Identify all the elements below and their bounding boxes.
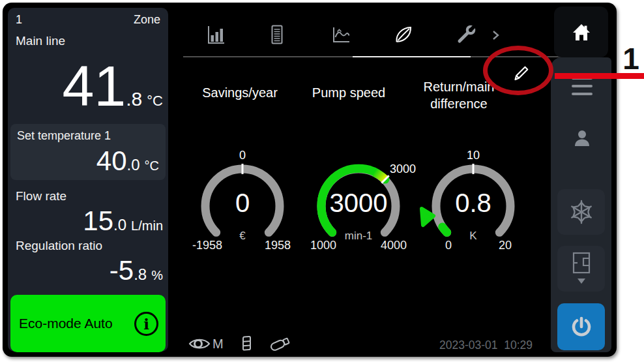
- monitor-mode-letter: M: [212, 337, 224, 352]
- flow-rate-dec: .0: [113, 216, 126, 234]
- sidebar-user-button[interactable]: [570, 127, 594, 150]
- set-temperature-card[interactable]: Set temperature 1 40.0°C: [10, 124, 166, 180]
- annotation-number: 1: [619, 44, 643, 74]
- pump-speed-min: 1000: [297, 239, 349, 252]
- eco-leaf-icon: [392, 23, 415, 46]
- return-diff-min: 0: [422, 239, 475, 252]
- datetime-display: 2023-03-01 10:29: [402, 339, 533, 352]
- info-icon[interactable]: i: [134, 312, 158, 336]
- regulation-ratio-int: -5: [110, 257, 134, 284]
- sidebar-zones-button[interactable]: [557, 246, 605, 292]
- user-icon: [570, 127, 594, 150]
- chevron-right-icon: [488, 27, 503, 43]
- return-diff-value: 0.8: [428, 190, 519, 216]
- menu-bar: [572, 85, 593, 87]
- zone-label: Zone: [134, 13, 160, 27]
- regulation-ratio-unit: %: [151, 268, 163, 283]
- tab-eco-active[interactable]: [392, 23, 415, 46]
- savings-value: 0: [197, 190, 288, 216]
- regulation-ratio-label: Regulation ratio: [16, 239, 102, 253]
- sidebar-defrost-button[interactable]: [557, 189, 605, 235]
- sidebar-home-button[interactable]: [554, 7, 608, 57]
- tab-report[interactable]: [265, 23, 289, 46]
- screenshot-canvas: 1 Zone Main line 41.8°C Set temperature …: [0, 0, 644, 362]
- snowflake-icon: [567, 198, 596, 226]
- status-bar: M: [188, 335, 293, 352]
- savings-top-tick-label: 0: [216, 149, 269, 162]
- zones-icon: [569, 251, 594, 286]
- zone-number: 1: [16, 13, 22, 27]
- flow-rate-label: Flow rate: [16, 189, 66, 204]
- savings-max: 1958: [252, 239, 304, 252]
- trend-curve-icon: [329, 23, 353, 46]
- zone-header: 1 Zone: [16, 13, 160, 27]
- eco-mode-button[interactable]: Eco-mode Auto i: [10, 295, 166, 352]
- home-icon: [570, 22, 593, 42]
- info-glyph: i: [143, 316, 149, 331]
- menu-bar: [572, 93, 593, 95]
- main-line-unit: °C: [147, 93, 163, 110]
- tab-statistics[interactable]: [204, 23, 227, 46]
- module-icon: [241, 335, 254, 353]
- sidebar-menu-button[interactable]: [572, 77, 593, 95]
- flow-rate-int: 15: [83, 207, 113, 235]
- main-line-int: 41: [62, 57, 126, 115]
- main-line-value: 41.8°C: [62, 57, 163, 115]
- gauge-title-pump-speed: Pump speed: [284, 84, 414, 101]
- usb-drive-icon: [268, 335, 293, 353]
- pump-speed-max: 4000: [368, 239, 420, 252]
- eco-mode-label: Eco-mode Auto: [19, 316, 134, 331]
- report-icon: [265, 23, 289, 46]
- return-diff-max: 20: [479, 239, 531, 252]
- regulation-ratio-dec: .8: [134, 265, 147, 284]
- return-diff-top-tick-label: 10: [447, 149, 499, 162]
- set-temperature-int: 40: [96, 147, 127, 175]
- regulation-ratio-value: -5.8%: [110, 257, 163, 284]
- tab-service[interactable]: [454, 23, 478, 46]
- pump-speed-tick-label: 3000: [390, 162, 416, 176]
- flow-rate-value: 15.0L/min: [83, 207, 163, 235]
- set-temperature-value: 40.0°C: [96, 147, 159, 175]
- flow-rate-unit: L/min: [131, 219, 163, 234]
- more-tabs-button[interactable]: [488, 27, 503, 43]
- annotation-circle: [483, 46, 553, 95]
- pump-speed-value: 3000: [313, 190, 404, 216]
- set-temperature-unit: °C: [145, 158, 159, 173]
- main-line-dec: .8: [126, 88, 142, 110]
- service-wrench-icon: [454, 23, 478, 46]
- active-tab-underline: [353, 56, 471, 57]
- zone-panel: 1 Zone Main line 41.8°C Set temperature …: [8, 8, 168, 352]
- eye-monitor-icon: [188, 336, 211, 352]
- tab-trend[interactable]: [329, 23, 353, 46]
- power-icon: [568, 314, 594, 340]
- sidebar-power-button[interactable]: [557, 303, 605, 350]
- savings-min: -1958: [181, 239, 233, 252]
- set-temperature-label: Set temperature 1: [17, 129, 111, 143]
- main-line-label: Main line: [16, 34, 65, 48]
- bar-chart-icon: [204, 23, 227, 46]
- set-temperature-dec: .0: [127, 156, 140, 174]
